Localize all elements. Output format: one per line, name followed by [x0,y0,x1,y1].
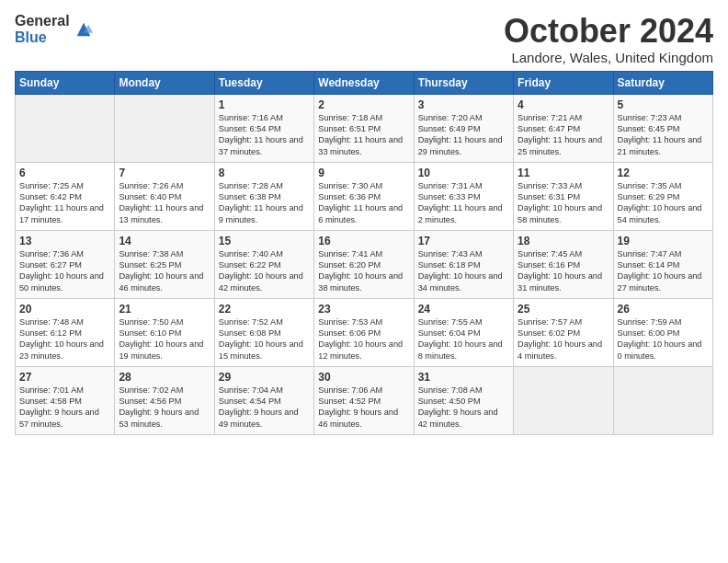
day-info: Sunrise: 7:04 AM Sunset: 4:54 PM Dayligh… [219,385,310,431]
day-number: 3 [418,98,509,111]
day-info: Sunrise: 7:25 AM Sunset: 6:42 PM Dayligh… [19,180,110,226]
day-cell: 4Sunrise: 7:21 AM Sunset: 6:47 PM Daylig… [514,94,613,162]
day-cell: 25Sunrise: 7:57 AM Sunset: 6:02 PM Dayli… [514,298,613,366]
day-number: 12 [618,167,709,179]
day-number: 22 [219,303,310,316]
day-cell: 8Sunrise: 7:28 AM Sunset: 6:38 PM Daylig… [214,162,313,230]
day-cell [16,94,115,162]
day-cell: 2Sunrise: 7:18 AM Sunset: 6:51 PM Daylig… [314,94,414,162]
week-row-2: 6Sunrise: 7:25 AM Sunset: 6:42 PM Daylig… [16,162,713,230]
day-number: 15 [219,235,310,247]
day-number: 17 [418,235,509,247]
day-info: Sunrise: 7:55 AM Sunset: 6:04 PM Dayligh… [418,316,509,362]
day-number: 7 [119,167,210,179]
day-cell: 13Sunrise: 7:36 AM Sunset: 6:27 PM Dayli… [16,230,115,298]
day-number: 6 [19,167,110,179]
calendar-header-row: SundayMondayTuesdayWednesdayThursdayFrid… [16,71,713,94]
day-cell: 16Sunrise: 7:41 AM Sunset: 6:20 PM Dayli… [314,230,414,298]
day-number: 10 [418,167,509,179]
day-info: Sunrise: 7:53 AM Sunset: 6:06 PM Dayligh… [318,316,409,362]
week-row-5: 27Sunrise: 7:01 AM Sunset: 4:58 PM Dayli… [16,366,713,434]
day-number: 4 [518,98,609,111]
day-info: Sunrise: 7:06 AM Sunset: 4:52 PM Dayligh… [318,385,409,431]
subtitle: Landore, Wales, United Kingdom [504,50,713,65]
title-block: October 2024 Landore, Wales, United King… [504,13,713,65]
day-cell: 12Sunrise: 7:35 AM Sunset: 6:29 PM Dayli… [613,162,712,230]
day-info: Sunrise: 7:23 AM Sunset: 6:45 PM Dayligh… [618,112,709,158]
day-header-tuesday: Tuesday [214,71,313,94]
day-number: 1 [219,98,310,111]
day-info: Sunrise: 7:36 AM Sunset: 6:27 PM Dayligh… [19,248,110,294]
day-cell: 14Sunrise: 7:38 AM Sunset: 6:25 PM Dayli… [115,230,214,298]
day-cell [514,366,613,434]
day-number: 30 [318,371,409,384]
day-cell: 27Sunrise: 7:01 AM Sunset: 4:58 PM Dayli… [16,366,115,434]
day-number: 27 [19,371,110,384]
day-info: Sunrise: 7:57 AM Sunset: 6:02 PM Dayligh… [518,316,609,362]
day-number: 19 [618,235,709,247]
day-cell [613,366,712,434]
logo-blue: Blue [15,29,70,46]
day-number: 29 [219,371,310,384]
day-number: 28 [119,371,210,384]
day-cell: 7Sunrise: 7:26 AM Sunset: 6:40 PM Daylig… [115,162,214,230]
day-info: Sunrise: 7:59 AM Sunset: 6:00 PM Dayligh… [618,316,709,362]
week-row-4: 20Sunrise: 7:48 AM Sunset: 6:12 PM Dayli… [16,298,713,366]
day-cell: 28Sunrise: 7:02 AM Sunset: 4:56 PM Dayli… [115,366,214,434]
day-info: Sunrise: 7:45 AM Sunset: 6:16 PM Dayligh… [518,248,609,294]
day-cell: 9Sunrise: 7:30 AM Sunset: 6:36 PM Daylig… [314,162,414,230]
day-number: 25 [518,303,609,316]
day-cell [115,94,214,162]
day-info: Sunrise: 7:30 AM Sunset: 6:36 PM Dayligh… [318,180,409,226]
day-cell: 30Sunrise: 7:06 AM Sunset: 4:52 PM Dayli… [314,366,414,434]
day-info: Sunrise: 7:41 AM Sunset: 6:20 PM Dayligh… [318,248,409,294]
day-cell: 31Sunrise: 7:08 AM Sunset: 4:50 PM Dayli… [414,366,513,434]
day-cell: 3Sunrise: 7:20 AM Sunset: 6:49 PM Daylig… [414,94,513,162]
day-cell: 22Sunrise: 7:52 AM Sunset: 6:08 PM Dayli… [214,298,313,366]
day-number: 20 [19,303,110,316]
day-info: Sunrise: 7:31 AM Sunset: 6:33 PM Dayligh… [418,180,509,226]
day-cell: 19Sunrise: 7:47 AM Sunset: 6:14 PM Dayli… [613,230,712,298]
day-info: Sunrise: 7:38 AM Sunset: 6:25 PM Dayligh… [119,248,210,294]
day-cell: 6Sunrise: 7:25 AM Sunset: 6:42 PM Daylig… [16,162,115,230]
day-info: Sunrise: 7:18 AM Sunset: 6:51 PM Dayligh… [318,112,409,158]
day-info: Sunrise: 7:50 AM Sunset: 6:10 PM Dayligh… [119,316,210,362]
month-title: October 2024 [504,13,713,50]
day-info: Sunrise: 7:16 AM Sunset: 6:54 PM Dayligh… [219,112,310,158]
day-info: Sunrise: 7:02 AM Sunset: 4:56 PM Dayligh… [119,385,210,431]
day-cell: 29Sunrise: 7:04 AM Sunset: 4:54 PM Dayli… [214,366,313,434]
day-number: 26 [618,303,709,316]
day-cell: 5Sunrise: 7:23 AM Sunset: 6:45 PM Daylig… [613,94,712,162]
day-info: Sunrise: 7:26 AM Sunset: 6:40 PM Dayligh… [119,180,210,226]
logo: General Blue [15,13,94,45]
week-row-3: 13Sunrise: 7:36 AM Sunset: 6:27 PM Dayli… [16,230,713,298]
day-header-thursday: Thursday [414,71,513,94]
day-info: Sunrise: 7:43 AM Sunset: 6:18 PM Dayligh… [418,248,509,294]
day-cell: 10Sunrise: 7:31 AM Sunset: 6:33 PM Dayli… [414,162,513,230]
day-cell: 15Sunrise: 7:40 AM Sunset: 6:22 PM Dayli… [214,230,313,298]
day-cell: 18Sunrise: 7:45 AM Sunset: 6:16 PM Dayli… [514,230,613,298]
day-header-monday: Monday [115,71,214,94]
day-info: Sunrise: 7:35 AM Sunset: 6:29 PM Dayligh… [618,180,709,226]
day-cell: 24Sunrise: 7:55 AM Sunset: 6:04 PM Dayli… [414,298,513,366]
day-info: Sunrise: 7:28 AM Sunset: 6:38 PM Dayligh… [219,180,310,226]
day-info: Sunrise: 7:01 AM Sunset: 4:58 PM Dayligh… [19,385,110,431]
day-info: Sunrise: 7:33 AM Sunset: 6:31 PM Dayligh… [518,180,609,226]
day-number: 23 [318,303,409,316]
day-number: 5 [618,98,709,111]
calendar-table: SundayMondayTuesdayWednesdayThursdayFrid… [15,71,713,435]
day-number: 9 [318,167,409,179]
header-row: General Blue October 2024 Landore, Wales… [15,13,713,65]
day-info: Sunrise: 7:40 AM Sunset: 6:22 PM Dayligh… [219,248,310,294]
logo-general: General [15,13,70,29]
day-number: 18 [518,235,609,247]
day-info: Sunrise: 7:20 AM Sunset: 6:49 PM Dayligh… [418,112,509,158]
day-cell: 1Sunrise: 7:16 AM Sunset: 6:54 PM Daylig… [214,94,313,162]
day-number: 11 [518,167,609,179]
day-info: Sunrise: 7:52 AM Sunset: 6:08 PM Dayligh… [219,316,310,362]
day-cell: 20Sunrise: 7:48 AM Sunset: 6:12 PM Dayli… [16,298,115,366]
day-cell: 11Sunrise: 7:33 AM Sunset: 6:31 PM Dayli… [514,162,613,230]
day-cell: 23Sunrise: 7:53 AM Sunset: 6:06 PM Dayli… [314,298,414,366]
logo-icon [74,19,94,40]
day-number: 8 [219,167,310,179]
